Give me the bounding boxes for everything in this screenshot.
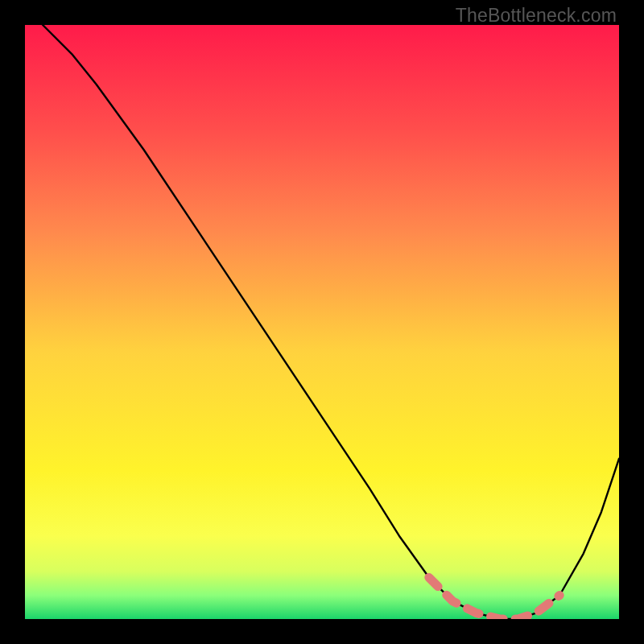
watermark-text: TheBottleneck.com (456, 5, 617, 27)
plot-area (25, 25, 619, 619)
background-gradient (25, 25, 619, 619)
svg-rect-0 (25, 25, 619, 619)
chart-frame: TheBottleneck.com (0, 0, 644, 644)
